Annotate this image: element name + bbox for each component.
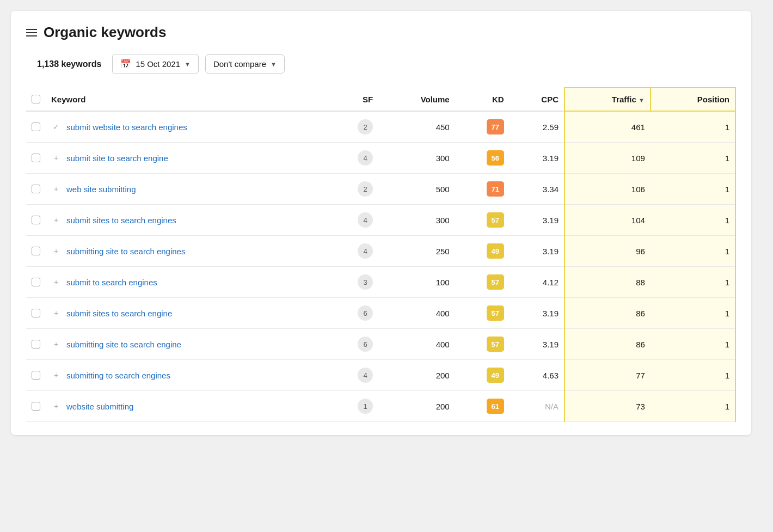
traffic-cell: 86 — [565, 298, 651, 329]
plus-icon: + — [51, 371, 61, 380]
sf-cell: 4 — [328, 143, 378, 174]
header-keyword: Keyword — [46, 88, 328, 111]
sf-cell: 2 — [328, 174, 378, 205]
kd-cell: 57 — [455, 205, 510, 236]
plus-icon: + — [51, 309, 61, 317]
sf-cell: 6 — [328, 298, 378, 329]
keyword-cell: + website submitting — [46, 391, 328, 422]
sf-badge: 4 — [358, 243, 373, 259]
kd-cell: 57 — [455, 298, 510, 329]
cpc-cell: 3.19 — [510, 236, 565, 267]
volume-cell: 450 — [378, 111, 455, 143]
position-cell: 1 — [651, 111, 735, 143]
kd-badge: 49 — [487, 368, 504, 383]
chevron-down-icon: ▼ — [185, 61, 191, 68]
row-checkbox[interactable] — [32, 247, 40, 255]
keyword-link[interactable]: submit site to search engine — [66, 154, 168, 163]
keyword-link[interactable]: submit website to search engines — [66, 123, 187, 132]
row-checkbox[interactable] — [32, 216, 40, 224]
position-cell: 1 — [651, 205, 735, 236]
keywords-table: Keyword SF Volume KD CPC Traffic ▼ — [26, 87, 736, 422]
keyword-link[interactable]: submitting site to search engine — [66, 340, 181, 349]
kd-badge: 57 — [487, 337, 504, 352]
volume-cell: 250 — [378, 236, 455, 267]
row-checkbox[interactable] — [32, 402, 40, 411]
compare-label: Don't compare — [213, 59, 266, 69]
row-checkbox[interactable] — [32, 371, 40, 380]
row-checkbox-cell — [26, 360, 46, 391]
table-row: ✓ submit website to search engines 24507… — [26, 111, 735, 143]
sf-cell: 3 — [328, 267, 378, 298]
table-row: + submitting site to search engine 64005… — [26, 329, 735, 360]
keyword-link[interactable]: submit sites to search engines — [66, 216, 176, 225]
row-checkbox[interactable] — [32, 309, 40, 317]
cpc-cell: N/A — [510, 391, 565, 422]
row-checkbox-cell — [26, 143, 46, 174]
kd-badge: 57 — [487, 274, 504, 290]
checkmark-icon: ✓ — [51, 123, 61, 131]
keyword-link[interactable]: submit sites to search engine — [66, 309, 172, 318]
volume-cell: 400 — [378, 329, 455, 360]
table-row: + website submitting 120061N/A731 — [26, 391, 735, 422]
row-checkbox-cell — [26, 205, 46, 236]
sf-badge: 6 — [358, 337, 373, 352]
keyword-link[interactable]: submitting to search engines — [66, 371, 170, 380]
cpc-cell: 4.12 — [510, 267, 565, 298]
position-cell: 1 — [651, 236, 735, 267]
position-cell: 1 — [651, 391, 735, 422]
position-cell: 1 — [651, 174, 735, 205]
row-checkbox[interactable] — [32, 340, 40, 348]
kd-badge: 71 — [487, 181, 504, 197]
row-checkbox[interactable] — [32, 185, 40, 193]
row-checkbox-cell — [26, 298, 46, 329]
chevron-down-icon-2: ▼ — [271, 61, 277, 68]
row-checkbox[interactable] — [32, 123, 40, 131]
header-cpc: CPC — [510, 88, 565, 111]
traffic-cell: 461 — [565, 111, 651, 143]
cpc-cell: 3.34 — [510, 174, 565, 205]
traffic-cell: 104 — [565, 205, 651, 236]
sf-badge: 6 — [358, 305, 373, 321]
date-picker-button[interactable]: 📅 15 Oct 2021 ▼ — [112, 54, 199, 74]
plus-icon: + — [51, 154, 61, 162]
header-traffic[interactable]: Traffic ▼ — [565, 88, 651, 111]
page-header: Organic keywords — [26, 24, 736, 41]
sf-cell: 6 — [328, 329, 378, 360]
table-row: + submitting to search engines 4200494.6… — [26, 360, 735, 391]
volume-cell: 400 — [378, 298, 455, 329]
menu-icon[interactable] — [26, 29, 37, 36]
volume-cell: 100 — [378, 267, 455, 298]
sf-cell: 4 — [328, 236, 378, 267]
kd-cell: 56 — [455, 143, 510, 174]
keyword-cell: + submit sites to search engine — [46, 298, 328, 329]
calendar-icon: 📅 — [120, 59, 131, 69]
sf-badge: 3 — [358, 274, 373, 290]
date-label: 15 Oct 2021 — [136, 59, 180, 69]
toolbar: 1,138 keywords 📅 15 Oct 2021 ▼ Don't com… — [26, 54, 736, 74]
header-sf: SF — [328, 88, 378, 111]
cpc-cell: 3.19 — [510, 205, 565, 236]
traffic-cell: 96 — [565, 236, 651, 267]
row-checkbox[interactable] — [32, 278, 40, 286]
keyword-link[interactable]: submitting site to search engines — [66, 247, 185, 256]
sf-badge: 2 — [358, 119, 373, 134]
sf-cell: 4 — [328, 205, 378, 236]
compare-button[interactable]: Don't compare ▼ — [205, 54, 285, 74]
keyword-link[interactable]: web site submitting — [66, 185, 136, 194]
plus-icon: + — [51, 185, 61, 193]
traffic-cell: 109 — [565, 143, 651, 174]
cpc-cell: 4.63 — [510, 360, 565, 391]
traffic-cell: 77 — [565, 360, 651, 391]
row-checkbox[interactable] — [32, 154, 40, 162]
sf-cell: 4 — [328, 360, 378, 391]
row-checkbox-cell — [26, 111, 46, 143]
keyword-link[interactable]: website submitting — [66, 402, 133, 411]
select-all-checkbox[interactable] — [32, 95, 40, 103]
keyword-link[interactable]: submit to search engines — [66, 278, 157, 287]
cpc-na: N/A — [545, 402, 559, 411]
kd-badge: 57 — [487, 305, 504, 321]
kd-badge: 57 — [487, 212, 504, 228]
header-kd: KD — [455, 88, 510, 111]
page-title: Organic keywords — [44, 24, 166, 41]
keyword-cell: + submit sites to search engines — [46, 205, 328, 236]
